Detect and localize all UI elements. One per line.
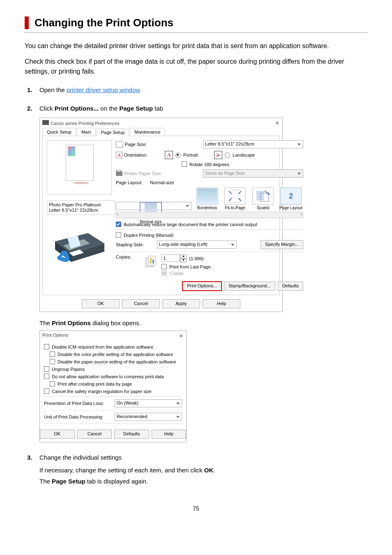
thumb-scaled[interactable]: Scaled [251, 187, 275, 210]
copies-stepper[interactable]: ▲▼ [161, 254, 187, 263]
auto-reduce-checkbox[interactable] [116, 222, 121, 227]
duplex-checkbox[interactable] [116, 232, 121, 238]
divider [25, 32, 367, 33]
page-preview [47, 140, 112, 194]
intro-2: Check this check box if part of the imag… [25, 57, 367, 76]
po-cancel-button[interactable]: Cancel [77, 430, 112, 439]
print-last-checkbox[interactable] [161, 264, 167, 269]
landscape-radio[interactable] [225, 153, 230, 158]
stapling-label: Stapling Side: [116, 242, 144, 247]
print-last-label: Print from Last Page [169, 264, 210, 269]
printer-driver-setup-link[interactable]: printer driver setup window [67, 86, 140, 93]
stapling-select[interactable]: Long-side stapling (Left) [157, 240, 237, 249]
defaults-button[interactable]: Defaults [278, 282, 303, 291]
preview-caption: Photo Paper Pro Platinum Letter 8.5"x11"… [47, 200, 115, 215]
po-unit-select[interactable]: Recommended [115, 413, 182, 421]
tab-maintenance[interactable]: Maintenance [130, 128, 165, 136]
print-options-dialog: Print Options × Disable ICM required fro… [39, 331, 187, 442]
layout-label: Page Layout: [116, 180, 143, 185]
step-3-title: Change the individual settings [39, 454, 367, 461]
svg-rect-12 [148, 256, 156, 265]
po-label-0: Disable ICM required from the applicatio… [52, 345, 153, 349]
copies-icon [144, 254, 159, 269]
portrait-icon: A [165, 151, 173, 159]
collate-checkbox [161, 271, 167, 276]
printer-illustration [47, 221, 111, 266]
page-size-label: Page Size: [125, 142, 147, 147]
po-prevention-select[interactable]: On (Weak) [115, 399, 182, 407]
apply-button[interactable]: Apply [162, 299, 200, 308]
printer-icon [42, 120, 49, 125]
landscape-icon: A [214, 151, 222, 159]
step-1: Open the printer driver setup window [39, 86, 367, 93]
orientation-mini-icon: A [116, 152, 122, 158]
layout-value: Normal-size [150, 180, 174, 185]
po-check-5[interactable] [50, 381, 55, 386]
layout-scroll[interactable] [116, 212, 303, 218]
po-check-2[interactable] [50, 359, 55, 364]
po-defaults-button[interactable]: Defaults [114, 430, 149, 439]
po-check-3[interactable] [44, 366, 49, 372]
po-check-4[interactable] [44, 374, 49, 379]
stamp-background-button[interactable]: Stamp/Background... [224, 282, 275, 291]
spin-down[interactable]: ▼ [180, 259, 187, 263]
intro-1: You can change the detailed printer driv… [25, 41, 367, 51]
po-title: Print Options [42, 333, 69, 339]
svg-rect-14 [152, 259, 154, 264]
landscape-label: Landscape [233, 153, 255, 157]
rotate-label: Rotate 180 degrees [189, 162, 229, 167]
po-help-button[interactable]: Help [152, 430, 187, 439]
spin-up[interactable]: ▲ [180, 254, 187, 259]
po-label-6: Cancel the safety margin regulation for … [52, 389, 152, 394]
ok-button[interactable]: OK [82, 299, 120, 308]
po-prevention-label: Prevention of Print Data Loss: [44, 401, 104, 406]
duplex-label: Duplex Printing (Manual) [124, 233, 173, 238]
tab-page-setup[interactable]: Page Setup [97, 128, 129, 136]
printer-paper-select: Same as Page Size [203, 169, 303, 178]
cancel-button[interactable]: Cancel [122, 299, 160, 308]
thumb-borderless[interactable]: Borderless [195, 187, 219, 210]
portrait-radio[interactable] [175, 153, 181, 158]
svg-rect-13 [150, 258, 152, 264]
help-button[interactable]: Help [203, 299, 240, 308]
step-2-after: The Print Options dialog box opens. [39, 319, 367, 326]
po-label-4: Do not allow application software to com… [52, 374, 164, 379]
page-title: Changing the Print Options [35, 16, 367, 29]
portrait-label: Portrait [183, 153, 198, 157]
page-icon [116, 141, 123, 148]
po-label-2: Disable the paper source setting of the … [58, 359, 176, 364]
po-label-5: Print after creating print data by page [58, 382, 132, 386]
po-check-1[interactable] [50, 352, 55, 357]
po-ok-button[interactable]: OK [40, 430, 75, 439]
dialog-title: Canon series Printing Preferences [42, 120, 120, 126]
po-check-0[interactable] [44, 344, 49, 349]
tab-quick-setup[interactable]: Quick Setup [42, 128, 76, 136]
rotate-checkbox[interactable] [182, 162, 187, 167]
step-1-text: Open the [39, 86, 67, 93]
orientation-label: Orientation: [124, 153, 148, 157]
printer-paper-label: Printer Paper Size: [124, 171, 162, 176]
specify-margin-button[interactable]: Specify Margin... [261, 240, 303, 249]
copies-label: Copies: [116, 254, 131, 259]
copies-input[interactable] [161, 254, 180, 262]
page-size-select[interactable]: Letter 8.5"x11" 22x28cm [203, 140, 303, 148]
layout-thumbs: Normal-size Borderless Fit-to-Page Scale… [116, 187, 303, 210]
svg-rect-7 [230, 190, 240, 202]
po-label-1: Disable the color profile setting of the… [58, 352, 173, 357]
print-options-button[interactable]: Print Options... [182, 282, 221, 291]
close-icon[interactable]: × [180, 333, 183, 339]
page-setup-dialog: Canon series Printing Preferences × Quic… [39, 118, 283, 312]
thumb-page-layout[interactable]: 2Page Layout [279, 187, 303, 210]
step-3-line2: The Page Setup tab is displayed again. [39, 478, 367, 485]
close-icon[interactable]: × [276, 120, 279, 126]
tab-main[interactable]: Main [77, 128, 96, 136]
collate-label: Collate [169, 271, 183, 276]
po-check-6[interactable] [44, 388, 49, 394]
thumb-fit[interactable]: Fit-to-Page [223, 187, 247, 210]
page-number: 75 [25, 505, 367, 512]
po-label-3: Ungroup Papers [52, 367, 85, 372]
svg-rect-8 [256, 191, 264, 201]
step-3-line1: If necessary, change the setting of each… [39, 467, 367, 474]
step-2: Click Print Options... on the Page Setup… [39, 105, 367, 112]
thumb-normal[interactable]: Normal-size [116, 202, 191, 210]
